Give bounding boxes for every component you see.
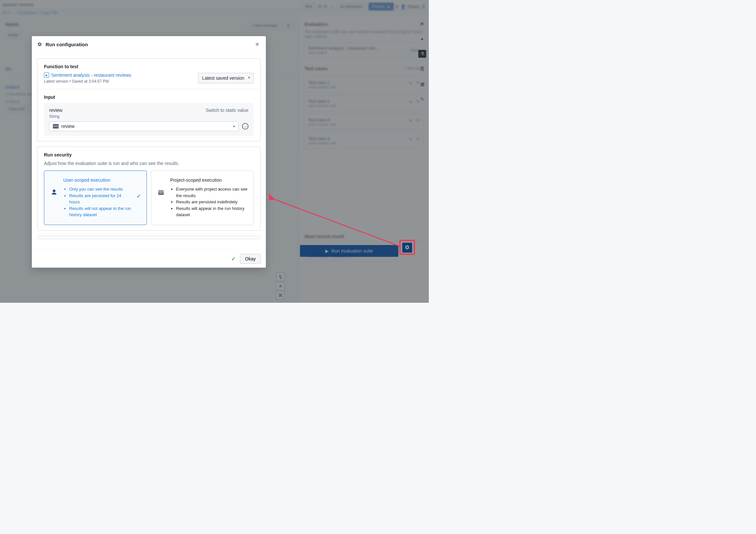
function-meta: Latest version • Saved at 3:54:57 PM: [44, 79, 131, 84]
user-scoped-option[interactable]: User-scoped execution Only you can see t…: [44, 171, 147, 225]
function-link[interactable]: ▶ Sentiment analysis - restaurant review…: [44, 72, 131, 78]
okay-button[interactable]: Okay: [240, 254, 261, 264]
modal-header: Run configuration ✕: [32, 36, 266, 53]
input-label: Input: [44, 95, 254, 100]
user-scoped-title: User-scoped execution: [63, 178, 132, 183]
function-label: Function to test: [44, 64, 254, 69]
check-icon: ✓: [136, 178, 141, 200]
switch-to-static-link[interactable]: Switch to static value: [205, 108, 249, 113]
version-dropdown[interactable]: Latest saved version: [198, 73, 254, 83]
user-scoped-list: Only you can see the resultsResults are …: [63, 186, 132, 218]
gear-icon: [37, 42, 42, 47]
input-type: String: [49, 114, 249, 119]
run-configuration-modal: Run configuration ✕ Function to test ▶ S…: [32, 36, 266, 267]
annotation-highlight-box: [399, 240, 415, 255]
modal-footer: ✓ Okay: [32, 250, 266, 267]
table-icon: [53, 124, 59, 128]
next-card-peek: [37, 236, 261, 239]
function-icon: ▶: [44, 72, 49, 78]
project-icon: [156, 178, 166, 196]
modal-body: Function to test ▶ Sentiment analysis - …: [32, 53, 266, 250]
list-item: Only you can see the results: [69, 186, 132, 192]
list-item: Results are persisted for 24 hours: [69, 192, 132, 205]
list-item: Results are persisted indefinitely: [176, 199, 248, 205]
user-icon: [49, 178, 59, 196]
close-button[interactable]: ✕: [254, 40, 261, 49]
modal-title: Run configuration: [45, 42, 251, 47]
list-item: Results will appear in the run history d…: [176, 205, 248, 218]
input-name: review: [49, 108, 62, 113]
project-scoped-option[interactable]: Project-scoped execution Everyone with p…: [151, 171, 254, 225]
remove-input-button[interactable]: —: [242, 123, 249, 129]
input-column-select[interactable]: review: [49, 121, 239, 131]
project-scoped-list: Everyone with project access can see the…: [170, 186, 248, 218]
success-check-icon: ✓: [231, 255, 236, 263]
security-card: Run security Adjust how the evaluation s…: [37, 147, 261, 231]
list-item: Results will not appear in the run histo…: [69, 205, 132, 218]
input-box: review Switch to static value String rev…: [44, 103, 254, 136]
project-scoped-title: Project-scoped execution: [170, 178, 248, 183]
security-description: Adjust how the evaluation suite is run a…: [44, 161, 254, 166]
list-item: Everyone with project access can see the…: [176, 186, 248, 199]
security-label: Run security: [44, 152, 254, 157]
function-card: Function to test ▶ Sentiment analysis - …: [37, 58, 261, 141]
